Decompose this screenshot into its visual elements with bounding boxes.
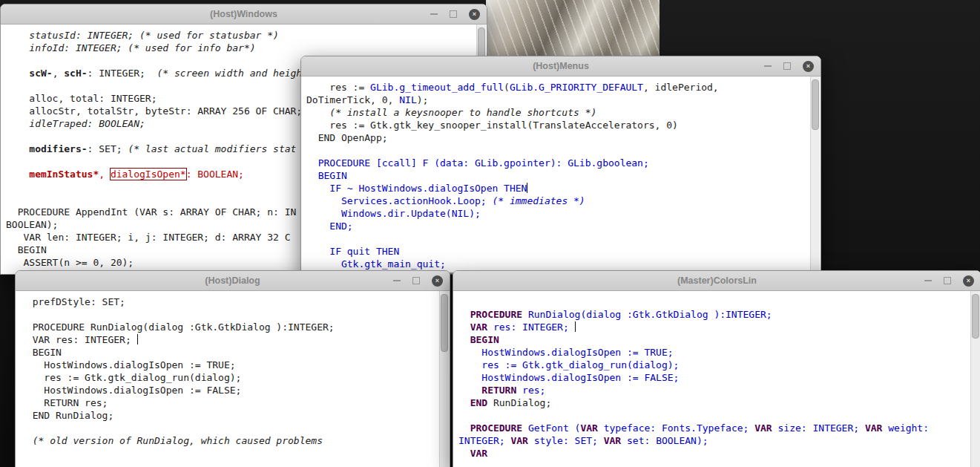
code-line (21, 422, 440, 434)
desktop: (Host)Windows × statusId: INTEGER; (* us… (0, 0, 980, 467)
window-title: (Host)Menus (301, 56, 820, 76)
scrollbar[interactable] (970, 291, 980, 467)
code-line: HostWindows.dialogIsOpen := FALSE; (21, 384, 440, 396)
titlebar-host-windows[interactable]: (Host)Windows × (1, 4, 487, 25)
minimize-icon[interactable] (764, 65, 772, 67)
code-line: (* old version of RunDialog, which cause… (21, 434, 440, 447)
scrollbar[interactable] (439, 291, 449, 467)
close-icon[interactable]: × (803, 61, 814, 72)
code-line: Services.actionHook.Loop; (* immediates … (306, 195, 811, 207)
code-line: PROCEDURE RunDialog(dialog :Gtk.GtkDialo… (21, 321, 440, 333)
code-line: BEGIN (458, 333, 971, 346)
code-line: END; (306, 220, 811, 232)
text-caret (137, 334, 138, 344)
titlebar-master-colorslin[interactable]: (Master)ColorsLin × (453, 271, 980, 291)
code-line: INTEGER; VAR style: SET; VAR set: BOOLEA… (458, 434, 971, 447)
code-editor-host-dialog[interactable]: prefDStyle: SET; PROCEDURE RunDialog(dia… (16, 291, 440, 467)
code-line: HostWindows.dialogIsOpen := TRUE; (21, 359, 440, 371)
maximize-icon[interactable] (412, 277, 420, 284)
code-line: infoId: INTEGER; (* used for info bar*) (6, 42, 477, 54)
maximize-icon[interactable] (450, 10, 457, 18)
scrollbar-thumb[interactable] (812, 79, 819, 130)
window-host-menus: (Host)Menus × res := GLib.g_timeout_add_… (300, 56, 821, 273)
code-line: IF quit THEN (306, 245, 811, 258)
window-controls: × (393, 271, 443, 290)
code-line: IF ~ HostWindows.dialogIsOpen THEN (306, 182, 811, 195)
minimize-icon[interactable] (430, 13, 438, 15)
code-line: VAR res: INTEGER; (21, 333, 440, 346)
window-title: (Master)ColorsLin (453, 271, 980, 290)
code-line: Windows.dir.Update(NIL); (306, 207, 811, 220)
window-controls: × (924, 271, 974, 290)
code-line: (* install a keysnooper to handle shortc… (306, 106, 811, 119)
window-controls: × (430, 4, 480, 24)
code-line (306, 232, 811, 245)
text-caret (575, 321, 576, 332)
code-line: END OpenApp; (306, 131, 811, 144)
code-line (458, 295, 971, 308)
code-line: res := Gtk.gtk_dialog_run(dialog); (21, 371, 440, 384)
code-line (306, 144, 811, 157)
code-line: res := Gtk.gtk_key_snooper_install(Trans… (306, 119, 811, 131)
code-line: res := Gtk.gtk_dialog_run(dialog); (458, 359, 971, 371)
window-host-dialog: (Host)Dialog × prefDStyle: SET; PROCEDUR… (15, 270, 450, 467)
code-line: RETURN res; (458, 384, 971, 396)
code-line: BEGIN (21, 346, 440, 359)
code-line: prefDStyle: SET; (21, 295, 440, 308)
code-editor-master-colorslin[interactable]: PROCEDURE RunDialog(dialog :Gtk.GtkDialo… (454, 291, 971, 467)
code-line: END RunDialog; (21, 409, 440, 422)
code-line: VAR (458, 447, 971, 460)
code-line: PROCEDURE RunDialog(dialog :Gtk.GtkDialo… (458, 308, 971, 321)
code-line: statusId: INTEGER; (* used for statusbar… (6, 29, 477, 42)
code-line: DoTimerTick, 0, NIL); (306, 94, 811, 106)
scrollbar-thumb[interactable] (441, 294, 448, 352)
window-title: (Host)Dialog (16, 271, 450, 290)
code-line (21, 308, 440, 321)
code-line: RETURN res; (21, 396, 440, 409)
code-line: Gtk.gtk_main_quit; (306, 258, 811, 270)
code-line: PROCEDURE GetFont (VAR typeface: Fonts.T… (458, 422, 971, 434)
scrollbar-thumb[interactable] (972, 294, 979, 339)
maximize-icon[interactable] (944, 277, 951, 284)
code-line: END RunDialog; (458, 396, 971, 409)
minimize-icon[interactable] (393, 280, 401, 281)
titlebar-host-dialog[interactable]: (Host)Dialog × (16, 271, 450, 291)
code-line: HostWindows.dialogIsOpen := TRUE; (458, 346, 971, 359)
close-icon[interactable]: × (963, 275, 974, 287)
code-line: VAR res: INTEGER; (458, 321, 971, 333)
window-title: (Host)Windows (1, 4, 487, 24)
close-icon[interactable]: × (432, 275, 443, 287)
maximize-icon[interactable] (783, 62, 791, 70)
titlebar-host-menus[interactable]: (Host)Menus × (301, 56, 820, 76)
code-line: BEGIN (306, 169, 811, 182)
minimize-icon[interactable] (924, 280, 932, 281)
code-line (458, 409, 971, 422)
code-line: PROCEDURE [ccall] F (data: GLib.gpointer… (306, 157, 811, 169)
window-controls: × (764, 56, 814, 76)
code-editor-host-menus[interactable]: res := GLib.g_timeout_add_full(GLib.G_PR… (302, 76, 811, 272)
code-line: HostWindows.dialogIsOpen := FALSE; (458, 371, 971, 384)
window-master-colorslin: (Master)ColorsLin × PROCEDURE RunDialog(… (453, 270, 980, 467)
code-line: res := GLib.g_timeout_add_full(GLib.G_PR… (306, 81, 811, 94)
close-icon[interactable]: × (469, 9, 480, 20)
scrollbar[interactable] (810, 76, 820, 272)
text-caret (527, 183, 527, 193)
